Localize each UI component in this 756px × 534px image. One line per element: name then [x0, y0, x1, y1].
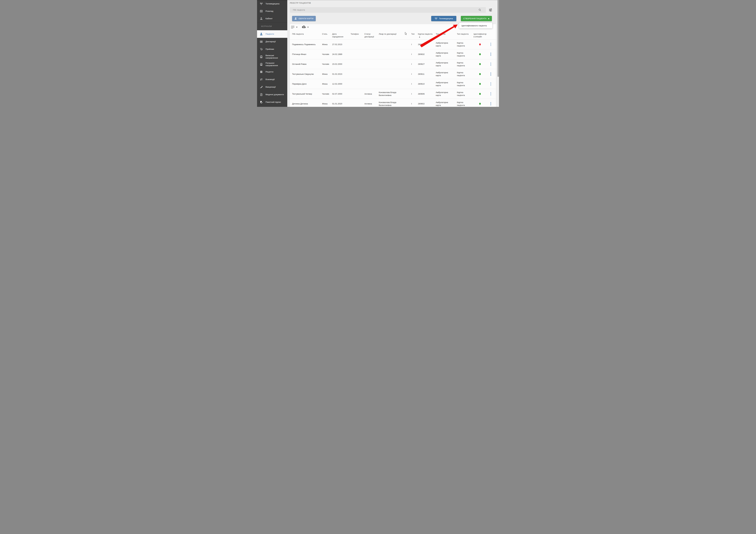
ehealth-status-dot-green: [479, 53, 481, 55]
cell-declaration-status: Активна: [364, 93, 379, 95]
table-row[interactable]: Перевірка ДатиЖінка12.02.2000І280610Амбу…: [290, 79, 496, 89]
row-actions-kebab-icon[interactable]: [489, 72, 492, 76]
person-add-icon: [294, 17, 297, 20]
sidebar-item-медичні-документи[interactable]: Медичні документи: [257, 91, 287, 98]
cell-card-type: Амбулаторна карта: [436, 71, 457, 77]
column-header-11[interactable]: Ідентифікатор в eHealth: [473, 31, 496, 39]
sidebar-item-взаємодії[interactable]: Взаємодії: [257, 76, 287, 83]
cell-birth-date: 12.02.2000: [332, 82, 351, 85]
cell-type: І: [411, 63, 418, 66]
page-title: РЕЄСТР ПАЦІЄНТІВ: [290, 2, 311, 4]
create-patient-button[interactable]: СТВОРЕННЯ ПАЦІЄНТА: [461, 16, 492, 21]
sidebar-item-label: Медичні документи: [265, 93, 285, 96]
clipboard-check-icon: [257, 63, 265, 66]
sidebar-item-декларації[interactable]: Декларації: [257, 38, 287, 45]
table-row[interactable]: Дитинка ДитинкаЖінка01.01.2020АктивнаКон…: [290, 99, 496, 107]
column-header-7[interactable]: Тип: [411, 31, 418, 39]
sidebar: ТелемедицинаРозкладКабінетЖУРНАЛИПацієнт…: [257, 0, 287, 107]
sidebar-item-label: Кабінет: [265, 17, 274, 20]
cloud-download-icon[interactable]: [302, 25, 306, 28]
sidebar-item-пацієнти[interactable]: Пацієнти: [257, 30, 287, 38]
sidebar-item-вакцинації[interactable]: Вакцинації: [257, 83, 287, 91]
case-plus-icon: [257, 40, 265, 43]
vertical-scrollbar[interactable]: [498, 0, 499, 107]
column-header-2[interactable]: Стать: [322, 31, 332, 39]
caret-down-icon[interactable]: [296, 27, 298, 28]
cell-card-number: 280611: [418, 72, 436, 75]
sidebar-item-label: Виписані направлення: [265, 54, 287, 59]
row-actions-kebab-icon[interactable]: [489, 53, 492, 56]
table-row[interactable]: Тестувальне СвідоцтвоЖінка01.02.2023І280…: [290, 69, 496, 79]
telemedicine-button[interactable]: Телемедицина: [431, 16, 456, 21]
column-header-8[interactable]: Картка пацієнта: [418, 31, 436, 39]
table-row[interactable]: Останній РивокЧоловік23.02.2000І280627Ам…: [290, 59, 496, 69]
arrows-swap-icon: [257, 78, 265, 81]
sidebar-item-виписані-направлення[interactable]: Виписані направлення: [257, 53, 287, 61]
column-header-3[interactable]: Дата народження: [332, 31, 351, 39]
create-patient-label: СТВОРЕННЯ ПАЦІЄНТА: [463, 17, 487, 20]
row-actions-kebab-icon[interactable]: [489, 92, 492, 96]
filter-sliders-icon[interactable]: [489, 8, 492, 12]
column-header-6[interactable]: Лікар по декларації: [379, 31, 411, 39]
cell-type: І: [411, 53, 418, 56]
cell-actions: [486, 63, 496, 66]
sidebar-section-journals: ЖУРНАЛИ: [257, 22, 287, 30]
select-cards-button[interactable]: ОБРАТИ КАРТИ: [292, 16, 316, 21]
scrollbar-thumb[interactable]: [498, 0, 499, 77]
search-input[interactable]: [290, 7, 486, 13]
cell-ehealth-id: [473, 43, 486, 45]
row-actions-kebab-icon[interactable]: [489, 82, 492, 86]
row-actions-kebab-icon[interactable]: [489, 102, 492, 105]
stethoscope-icon: [257, 48, 265, 51]
cell-card-number: 280610: [418, 82, 436, 85]
cell-birth-date: 01.02.2023: [332, 72, 351, 75]
row-actions-kebab-icon[interactable]: [489, 43, 492, 46]
syringe-icon: [257, 86, 265, 89]
sidebar-item-label: Телемедицина: [265, 3, 281, 5]
antenna-icon: [435, 17, 438, 20]
cell-actions: [486, 92, 496, 96]
cell-sex: Чоловік: [322, 63, 332, 66]
cell-actions: [486, 53, 496, 56]
sidebar-item-кабінет[interactable]: Кабінет: [257, 15, 287, 22]
row-actions-kebab-icon[interactable]: [489, 63, 492, 66]
cell-card-number: 280627: [418, 63, 436, 66]
search-icon[interactable]: [478, 9, 481, 11]
sidebar-item-рецепти[interactable]: Рецепти: [257, 68, 287, 76]
column-header-1[interactable]: ПІБ пацієнта: [290, 31, 322, 39]
ehealth-status-dot-green: [479, 103, 481, 105]
ehealth-status-dot-green: [479, 63, 481, 65]
cell-sex: Чоловік: [322, 53, 332, 56]
cell-sex: Жінка: [322, 72, 332, 75]
sidebar-item-пакетний-підпис[interactable]: Пакетний підпис: [257, 98, 287, 106]
cell-name: Перевірка Дати: [290, 82, 322, 85]
list-menu-icon[interactable]: [291, 26, 295, 29]
cell-type: І: [411, 43, 418, 46]
table-row[interactable]: Тестувальний ЧетверЧоловік02.07.2000Акти…: [290, 89, 496, 99]
menu-item-identified-patient[interactable]: Ідентифікованого пацієнта: [459, 23, 492, 28]
cell-ehealth-id: [473, 53, 486, 55]
sidebar-item-телемедицина[interactable]: Телемедицина: [257, 0, 287, 8]
column-header-9[interactable]: Тип картки: [436, 31, 457, 39]
column-header-4[interactable]: Телефон: [351, 31, 364, 39]
table-row[interactable]: П'ятниця ФіналЧоловік24.02.1989І280632Ам…: [290, 49, 496, 59]
cell-declaration-doctor: Коновалова Влада Валентинівна: [379, 101, 411, 107]
sidebar-item-label: Прийоми: [265, 48, 276, 50]
cell-type: І: [411, 82, 418, 85]
cell-card-type: Амбулаторна карта: [436, 61, 457, 67]
column-header-10[interactable]: Тип пацієнта: [457, 31, 473, 39]
doctor-icon: [257, 17, 265, 20]
cell-name: Тестувальне Свідоцтво: [290, 72, 322, 75]
cell-sex: Жінка: [322, 102, 332, 105]
sidebar-item-label: Пакетний підпис: [265, 101, 283, 103]
cell-patient-type: Картка пацієнта: [457, 42, 473, 47]
caret-down-icon[interactable]: [307, 27, 309, 28]
column-header-5[interactable]: Статус декларації: [364, 31, 379, 39]
sidebar-item-прийоми[interactable]: Прийоми: [257, 45, 287, 53]
sidebar-item-погашені-направлення[interactable]: Погашені направлення: [257, 61, 287, 68]
cell-ehealth-id: [473, 73, 486, 75]
table-row[interactable]: Подивимось ПодивимосьЖінка27.02.2023І280…: [290, 40, 496, 49]
sidebar-item-розклад[interactable]: Розклад: [257, 8, 287, 15]
cell-birth-date: 01.01.2020: [332, 102, 351, 105]
create-patient-menu: Ідентифікованого пацієнта: [459, 23, 492, 28]
